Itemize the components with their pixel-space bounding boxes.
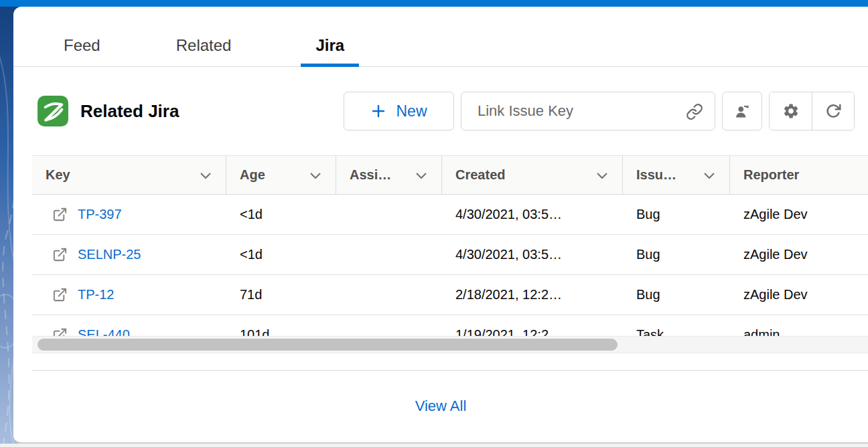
cell-created: 4/30/2021, 03:5… — [442, 207, 623, 222]
settings-refresh-group — [769, 92, 855, 130]
column-header-age[interactable]: Age — [226, 156, 336, 194]
related-jira-table: Key Age Assi… Created Issu… Reporter — [32, 155, 868, 353]
cell-age: 71d — [226, 287, 336, 302]
cell-created: 1/19/2021, 12:2… — [442, 327, 623, 336]
cell-key: TP-12 — [32, 287, 226, 302]
column-header-reporter[interactable]: Reporter — [730, 156, 868, 194]
tab-jira-label: Jira — [315, 36, 344, 55]
external-link-icon[interactable] — [52, 247, 68, 262]
cell-reporter: zAgile Dev — [730, 287, 868, 302]
cell-key: TP-397 — [32, 207, 226, 222]
issue-key-link[interactable]: SEL-440 — [78, 327, 130, 336]
top-accent-bar — [0, 0, 868, 7]
external-link-icon[interactable] — [52, 207, 68, 222]
panel-title-group: Related Jira — [38, 96, 344, 126]
plus-icon — [370, 103, 386, 119]
issue-key-link[interactable]: SELNP-25 — [78, 247, 141, 262]
tab-jira[interactable]: Jira — [301, 7, 359, 66]
cell-key: SEL-440 — [32, 327, 226, 336]
horizontal-scrollbar-track[interactable] — [32, 336, 868, 353]
chevron-down-icon — [701, 167, 717, 183]
column-label: Created — [455, 167, 505, 183]
chevron-down-icon — [413, 167, 429, 183]
column-header-assignee[interactable]: Assi… — [336, 156, 442, 194]
settings-button[interactable] — [770, 92, 812, 130]
record-tabs: Feed Related Jira — [13, 7, 868, 67]
column-label: Reporter — [743, 167, 799, 183]
cell-reporter: zAgile Dev — [730, 207, 868, 222]
cell-key: SELNP-25 — [32, 247, 226, 262]
table-row: TP-12 71d 2/18/2021, 12:2… Bug zAgile De… — [32, 275, 868, 315]
cell-age: 101d — [226, 327, 336, 336]
external-link-icon[interactable] — [52, 327, 68, 336]
cell-issue-type: Task — [623, 327, 730, 336]
view-all-row: View All — [13, 371, 868, 442]
new-button-label: New — [396, 102, 427, 120]
cell-reporter: admin — [730, 327, 868, 336]
table-header-row: Key Age Assi… Created Issu… Reporter — [32, 155, 868, 195]
column-label: Issu… — [636, 167, 676, 183]
refresh-icon — [824, 102, 842, 120]
cell-issue-type: Bug — [623, 207, 730, 222]
table-row: SEL-440 101d 1/19/2021, 12:2… Task admin — [32, 315, 868, 336]
cell-issue-type: Bug — [623, 287, 730, 302]
link-issue-key-input[interactable] — [461, 92, 715, 130]
refresh-button[interactable] — [812, 92, 854, 130]
card-footer: View All — [13, 370, 868, 442]
horizontal-scrollbar-thumb[interactable] — [38, 339, 618, 351]
external-link-icon[interactable] — [52, 287, 68, 302]
zagile-icon — [38, 96, 68, 126]
chevron-down-icon — [594, 167, 610, 183]
issue-key-link[interactable]: TP-397 — [78, 207, 122, 222]
chevron-down-icon — [307, 167, 323, 183]
column-label: Age — [240, 167, 265, 183]
table-row: SELNP-25 <1d 4/30/2021, 03:5… Bug zAgile… — [32, 235, 868, 275]
user-sync-button[interactable] — [722, 92, 762, 130]
table-row: TP-397 <1d 4/30/2021, 03:5… Bug zAgile D… — [32, 195, 868, 235]
link-issue-key-field — [461, 92, 715, 130]
chevron-down-icon — [198, 167, 214, 183]
tab-feed-label: Feed — [64, 36, 100, 55]
tab-related[interactable]: Related — [161, 7, 246, 66]
column-header-key[interactable]: Key — [32, 156, 226, 194]
tab-related-label: Related — [176, 36, 232, 55]
panel-title: Related Jira — [80, 101, 179, 122]
tab-feed[interactable]: Feed — [49, 7, 115, 66]
related-jira-card: Feed Related Jira Related Jira New — [13, 7, 868, 444]
column-header-issue-type[interactable]: Issu… — [623, 156, 730, 194]
cell-created: 4/30/2021, 03:5… — [442, 247, 623, 262]
cell-created: 2/18/2021, 12:2… — [442, 287, 623, 302]
cell-issue-type: Bug — [623, 247, 730, 262]
issue-key-link[interactable]: TP-12 — [78, 287, 114, 302]
user-sync-icon — [733, 102, 751, 120]
table-body: TP-397 <1d 4/30/2021, 03:5… Bug zAgile D… — [32, 195, 868, 336]
view-all-link[interactable]: View All — [415, 397, 467, 415]
column-label: Key — [46, 167, 70, 183]
gear-icon — [782, 102, 800, 120]
cell-reporter: zAgile Dev — [730, 247, 868, 262]
panel-header: Related Jira New — [13, 67, 868, 155]
column-label: Assi… — [350, 167, 391, 183]
panel-actions: New — [344, 92, 855, 130]
column-header-created[interactable]: Created — [442, 156, 623, 194]
cell-age: <1d — [226, 247, 336, 262]
link-icon[interactable] — [686, 103, 703, 120]
cell-age: <1d — [226, 207, 336, 222]
new-button[interactable]: New — [344, 92, 454, 130]
